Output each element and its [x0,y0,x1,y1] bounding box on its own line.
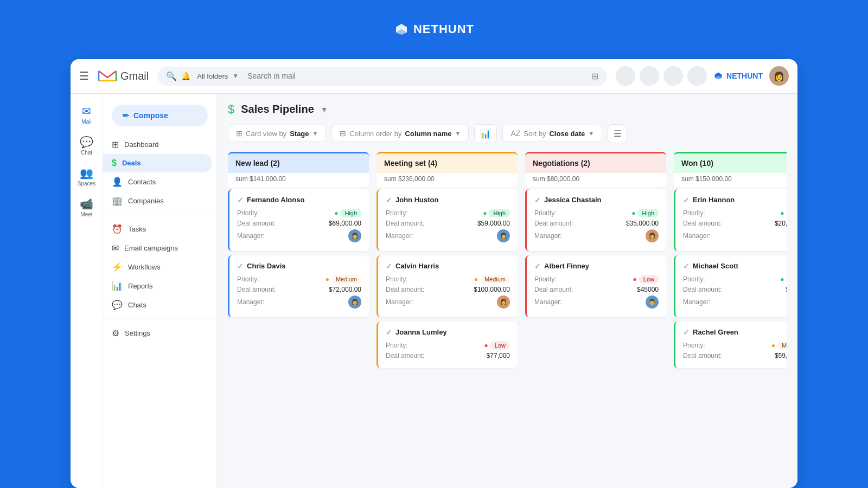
sidebar-item-workflows[interactable]: ⚡ Workflows [103,258,212,277]
nethunt-small-icon [713,71,723,81]
deal-card-albert[interactable]: ✓ Albert Finney Priority: ● Low [525,255,666,317]
deal-field-manager-fernando: Manager: 👩 [237,229,361,242]
pipeline-icon: $ [228,102,234,117]
deal-card-joanna[interactable]: ✓ Joanna Lumley Priority: ● Low [376,322,518,368]
deal-field-manager-erin: Manager: 👩 [683,229,787,242]
nethunt-logo-text: NETHUNT [413,22,474,36]
search-bar[interactable]: 🔍 🔔 All folders ▼ ⊞ [157,67,607,86]
deal-check-joanna: ✓ [386,328,392,337]
deal-name-jessica: ✓ Jessica Chastain [534,196,659,204]
compose-label: Compose [133,111,168,120]
companies-icon: 🏢 [112,196,123,206]
user-avatar[interactable]: 👩 [769,66,789,86]
sidebar-item-contacts[interactable]: 👤 Contacts [103,172,212,191]
spaces-nav-label: Spaces [78,181,95,187]
deal-amount-john: $59,000.00 [477,220,510,227]
sidebar-item-chats[interactable]: 💬 Chats [103,296,212,314]
sidebar-item-tasks[interactable]: ⏰ Tasks [103,220,212,239]
deal-card-jessica[interactable]: ✓ Jessica Chastain Priority: ● High [525,189,666,251]
sidebar: ✏ Compose ⊞ Dashboard $ Deals 👤 Contacts… [103,94,217,488]
column-cards-negotiations: ✓ Jessica Chastain Priority: ● High [525,187,666,479]
reports-icon: 📊 [112,281,123,291]
hamburger-menu[interactable]: ☰ [79,69,89,82]
deal-field-manager-chris: Manager: 👩 [237,296,361,309]
card-view-value: Stage [290,130,309,138]
column-title-meeting: Meeting set (4) [384,159,437,168]
column-sum-won: sum $150,000.00 [674,173,787,187]
icon-nav: ✉ Mail 💬 Chat 👥 Spaces 📹 Meet [71,94,103,488]
nav-item-chat[interactable]: 💬 Chat [74,131,100,160]
sidebar-label-contacts: Contacts [128,178,156,186]
top-banner: NETHUNT [0,0,868,59]
deal-amount-michael: $45000 [786,286,787,293]
column-order-value: Column name [405,130,452,138]
header-dot-2 [640,66,659,86]
priority-badge-calvin: Medium [480,275,510,284]
deal-card-michael[interactable]: ✓ Michael Scott Priority: ● High [674,255,787,317]
card-view-button[interactable]: ⊞ Card view by Stage ▼ [228,125,326,142]
sidebar-item-reports[interactable]: 📊 Reports [103,277,212,296]
sidebar-item-email-campaigns[interactable]: ✉ Email campaigns [103,239,212,258]
deal-field-amount-jessica: Deal amount: $35,000.00 [534,220,659,227]
pipeline-header: $ Sales Pipeline ▼ [228,102,787,117]
deal-amount-erin: $20,000.00 [775,220,787,227]
filter-toolbar-button[interactable]: ☰ [608,124,627,143]
nav-item-meet[interactable]: 📹 Meet [74,193,100,222]
sidebar-label-settings: Settings [125,329,150,337]
deal-check-icon-2: ✓ [237,262,244,271]
all-folders-dropdown[interactable]: ▼ [232,72,239,80]
priority-badge-albert: Low [639,275,659,284]
priority-dot-high: ● [334,209,338,217]
sidebar-item-deals[interactable]: $ Deals [103,154,212,172]
deal-card-rachel[interactable]: ✓ Rachel Green Priority: ● Medium [674,322,787,368]
chats-icon: 💬 [112,300,123,310]
sidebar-label-workflows: Workflows [128,263,161,271]
all-folders-label[interactable]: All folders [197,72,228,80]
sidebar-item-companies[interactable]: 🏢 Companies [103,191,212,210]
deal-field-priority-joanna: Priority: ● Low [386,341,510,350]
deal-field-manager-albert: Manager: 👨 [534,296,659,309]
deal-check-erin: ✓ [683,196,690,204]
sidebar-label-reports: Reports [128,282,153,290]
column-header-meeting: Meeting set (4) [376,152,518,173]
kanban-column-negotiations: Negotiations (2) sum $80,000.00 ✓ Jessic… [525,152,666,479]
card-view-chevron: ▼ [312,130,318,137]
priority-badge-rachel: Medium [777,341,787,350]
deal-card-fernando[interactable]: ✓ Fernando Alonso Priority: ● High [228,189,369,251]
dashboard-icon: ⊞ [112,139,119,150]
deal-name-albert: ✓ Albert Finney [534,262,659,271]
column-order-button[interactable]: ⊟ Column order by Column name ▼ [331,125,469,142]
manager-avatar-chris: 👩 [348,296,361,309]
deal-card-erin[interactable]: ✓ Erin Hannon Priority: ● High [674,189,787,251]
nethunt-header-logo: NETHUNT [713,71,763,81]
deal-check-jessica: ✓ [534,196,541,204]
gmail-m-icon [98,69,117,83]
search-input[interactable] [247,72,587,80]
compose-button[interactable]: ✏ Compose [112,105,208,126]
nav-item-mail[interactable]: ✉ Mail [74,100,100,129]
deal-card-chris[interactable]: ✓ Chris Davis Priority: ● Medium [228,255,369,317]
deal-amount-albert: $45000 [637,286,659,293]
deal-field-priority-calvin: Priority: ● Medium [386,275,510,284]
workflows-icon: ⚡ [112,262,123,272]
column-cards-meeting: ✓ John Huston Priority: ● High [376,187,518,479]
deal-amount-rachel: $59,000.00 [775,352,787,359]
sidebar-item-dashboard[interactable]: ⊞ Dashboard [103,135,212,154]
column-order-chevron: ▼ [455,130,461,137]
deal-check-john: ✓ [386,196,392,204]
deal-check-icon: ✓ [237,196,244,204]
deal-amount-joanna: $77,000 [487,352,510,359]
sidebar-item-settings[interactable]: ⚙ Settings [103,324,212,343]
deal-card-john[interactable]: ✓ John Huston Priority: ● High [376,189,518,251]
pipeline-title: Sales Pipeline [241,103,314,115]
deal-name-joanna: ✓ Joanna Lumley [386,328,510,337]
deal-card-calvin[interactable]: ✓ Calvin Harris Priority: ● Medium [376,255,518,317]
nav-item-spaces[interactable]: 👥 Spaces [74,162,100,191]
app-window: ☰ Gmail 🔍 🔔 All folders ▼ ⊞ [71,59,797,488]
pipeline-dropdown[interactable]: ▼ [321,105,328,114]
deal-name-john: ✓ John Huston [386,196,510,204]
sort-button[interactable]: AZ Sort by Close date ▼ [502,125,602,142]
chart-button[interactable]: 📊 [474,124,497,143]
filter-icon[interactable]: ⊞ [591,71,598,81]
deal-field-amount-erin: Deal amount: $20,000.00 [683,220,787,227]
